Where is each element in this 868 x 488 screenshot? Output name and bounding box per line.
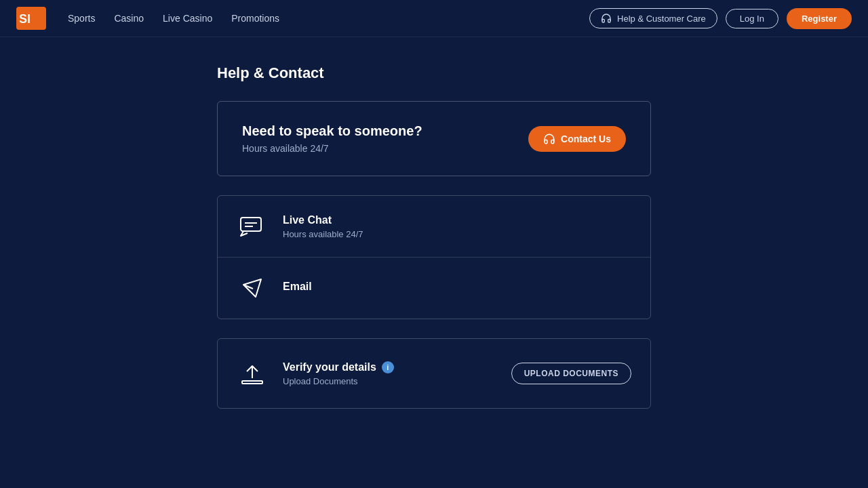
svg-rect-2	[241, 218, 261, 231]
svg-rect-8	[243, 363, 261, 365]
nav-live-casino[interactable]: Live Casino	[163, 13, 212, 24]
contact-us-label: Contact Us	[561, 134, 611, 144]
live-chat-text: Live Chat Hours available 24/7	[283, 214, 363, 239]
verify-text: Verify your details i Upload Documents	[283, 361, 394, 386]
register-button[interactable]: Register	[787, 8, 852, 29]
nav-promotions[interactable]: Promotions	[231, 13, 279, 24]
page-title: Help & Contact	[217, 64, 651, 82]
options-container: Live Chat Hours available 24/7 Email	[217, 195, 651, 319]
navbar: SI Sports Casino Live Casino Promotions …	[0, 0, 868, 37]
live-chat-label: Live Chat	[283, 214, 363, 226]
nav-casino[interactable]: Casino	[114, 13, 144, 24]
verify-heading: Verify your details i	[283, 361, 394, 373]
contact-heading: Need to speak to someone?	[242, 123, 422, 139]
contact-card-text: Need to speak to someone? Hours availabl…	[242, 123, 422, 154]
verify-card: Verify your details i Upload Documents U…	[217, 338, 651, 409]
contact-card: Need to speak to someone? Hours availabl…	[217, 101, 651, 176]
logo[interactable]: SI	[16, 7, 46, 30]
nav-links: Sports Casino Live Casino Promotions	[68, 13, 589, 24]
nav-right: Help & Customer Care Log In Register	[589, 8, 852, 29]
email-text: Email	[283, 281, 312, 296]
live-chat-icon	[237, 211, 268, 242]
verify-left: Verify your details i Upload Documents	[237, 358, 394, 389]
svg-text:SI: SI	[19, 12, 31, 26]
svg-rect-7	[242, 381, 262, 384]
contact-us-button[interactable]: Contact Us	[528, 126, 626, 152]
live-chat-option[interactable]: Live Chat Hours available 24/7	[218, 196, 650, 258]
contact-subtext: Hours available 24/7	[242, 143, 422, 154]
upload-icon	[237, 358, 268, 389]
nav-sports[interactable]: Sports	[68, 13, 95, 24]
verify-subtext: Upload Documents	[283, 376, 394, 386]
upload-documents-button[interactable]: UPLOAD DOCUMENTS	[511, 363, 631, 384]
live-chat-subtext: Hours available 24/7	[283, 229, 363, 239]
email-label: Email	[283, 281, 312, 293]
help-label: Help & Customer Care	[617, 14, 706, 24]
email-icon	[237, 272, 268, 304]
email-option[interactable]: Email	[218, 258, 650, 319]
info-icon: i	[382, 361, 394, 373]
help-customer-care-button[interactable]: Help & Customer Care	[589, 8, 717, 28]
login-button[interactable]: Log In	[726, 9, 778, 28]
main-content: Help & Contact Need to speak to someone?…	[203, 37, 665, 436]
